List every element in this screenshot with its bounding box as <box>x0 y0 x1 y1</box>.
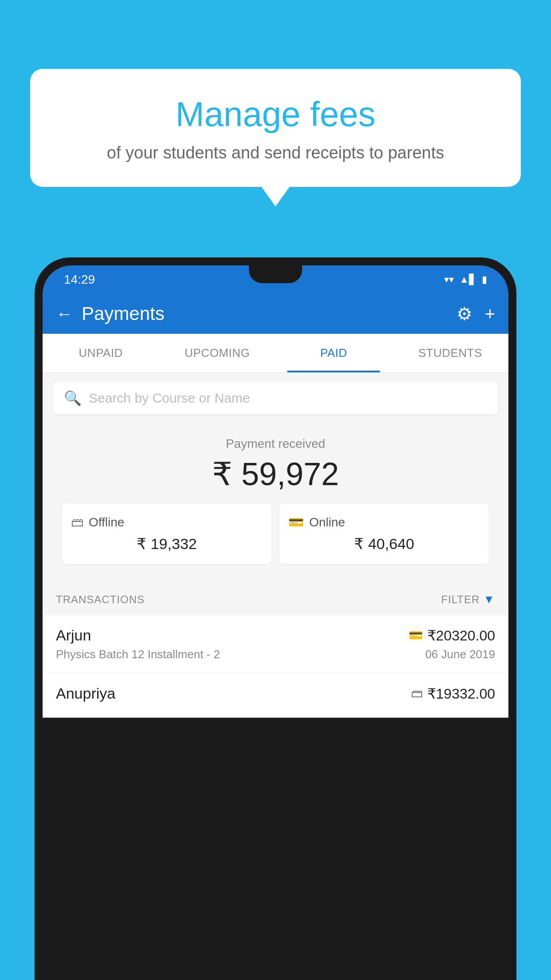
offline-label: Offline <box>89 515 124 530</box>
online-amount: ₹ 40,640 <box>288 535 480 553</box>
status-icons: ▾▾ ▲▋ ▮ <box>444 274 487 285</box>
payment-received-label: Payment received <box>51 437 500 451</box>
wifi-icon: ▾▾ <box>444 274 454 285</box>
add-icon[interactable]: + <box>485 304 495 324</box>
phone-notch <box>249 265 302 283</box>
transaction-amount: ₹19332.00 <box>427 685 495 702</box>
tab-bar: UNPAID UPCOMING PAID STUDENTS <box>43 334 508 373</box>
back-button[interactable]: ← <box>56 304 73 324</box>
battery-icon: ▮ <box>482 274 487 285</box>
status-time: 14:29 <box>64 273 95 287</box>
bubble-subtitle: of your students and send receipts to pa… <box>52 143 499 162</box>
online-label: Online <box>309 515 345 530</box>
tab-unpaid[interactable]: UNPAID <box>43 334 159 372</box>
payment-type-icon: 💳 <box>409 628 423 642</box>
offline-icon: 🗃 <box>71 515 83 530</box>
payment-cards-row: 🗃 Offline ₹ 19,332 💳 Online ₹ 40,640 <box>51 503 500 575</box>
search-input[interactable]: Search by Course or Name <box>89 391 250 406</box>
filter-icon: ▼ <box>483 593 495 606</box>
search-bar[interactable]: 🔍 Search by Course or Name <box>53 382 498 415</box>
transactions-header: TRANSACTIONS FILTER ▼ <box>43 584 508 615</box>
transaction-amount: ₹20320.00 <box>427 627 495 644</box>
transaction-course: Physics Batch 12 Installment - 2 <box>56 648 220 661</box>
online-card: 💳 Online ₹ 40,640 <box>279 503 489 564</box>
header-actions: ⚙ + <box>457 304 495 324</box>
tab-paid[interactable]: PAID <box>276 334 392 372</box>
phone-screen: 14:29 ▾▾ ▲▋ ▮ ← Payments ⚙ + UNPAID UPCO… <box>43 265 508 980</box>
transaction-name: Arjun <box>56 627 91 644</box>
offline-amount: ₹ 19,332 <box>71 535 263 553</box>
transaction-row[interactable]: Arjun 💳 ₹20320.00 Physics Batch 12 Insta… <box>43 615 508 673</box>
phone-mockup: 14:29 ▾▾ ▲▋ ▮ ← Payments ⚙ + UNPAID UPCO… <box>35 257 516 980</box>
transaction-date: 06 June 2019 <box>425 648 495 661</box>
filter-button[interactable]: FILTER ▼ <box>441 593 495 606</box>
search-icon: 🔍 <box>64 390 82 407</box>
transaction-row[interactable]: Anupriya 🗃 ₹19332.00 <box>43 673 508 718</box>
payment-received-amount: ₹ 59,972 <box>51 455 500 493</box>
online-icon: 💳 <box>288 515 304 530</box>
offline-card: 🗃 Offline ₹ 19,332 <box>62 503 272 564</box>
payment-received-section: Payment received ₹ 59,972 🗃 Offline ₹ 19… <box>43 423 508 584</box>
speech-bubble: Manage fees of your students and send re… <box>30 69 521 187</box>
tab-students[interactable]: STUDENTS <box>392 334 509 372</box>
filter-label: FILTER <box>441 593 480 606</box>
app-header: ← Payments ⚙ + <box>43 294 508 334</box>
payment-type-icon: 🗃 <box>411 687 423 700</box>
bubble-title: Manage fees <box>52 95 499 134</box>
transaction-name: Anupriya <box>56 685 115 702</box>
transactions-label: TRANSACTIONS <box>56 593 145 606</box>
settings-icon[interactable]: ⚙ <box>457 304 472 324</box>
tab-upcoming[interactable]: UPCOMING <box>159 334 276 372</box>
app-content: 🔍 Search by Course or Name Payment recei… <box>43 373 508 718</box>
page-title: Payments <box>82 303 448 324</box>
signal-icon: ▲▋ <box>459 274 476 285</box>
